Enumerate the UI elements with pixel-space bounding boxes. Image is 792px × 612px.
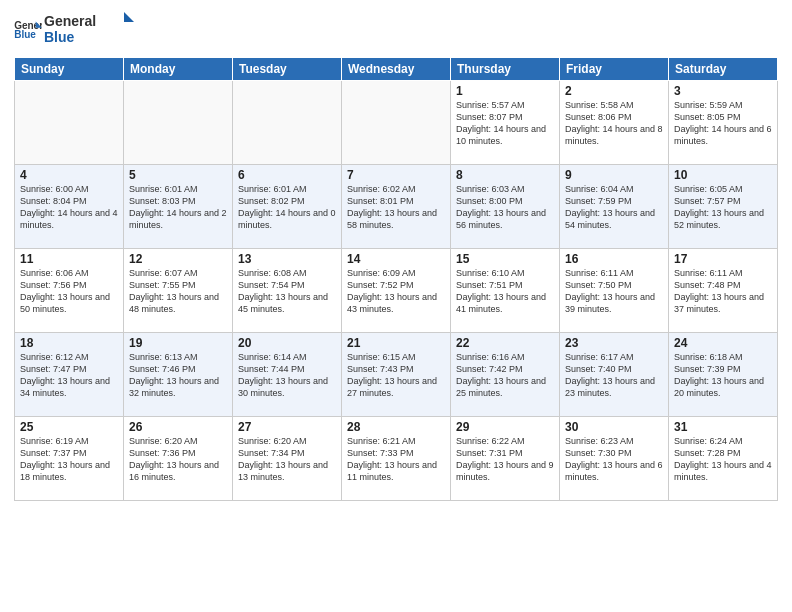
day-number: 25	[20, 420, 118, 434]
day-info: Sunrise: 6:17 AM Sunset: 7:40 PM Dayligh…	[565, 351, 663, 400]
weekday-monday: Monday	[124, 57, 233, 80]
day-cell: 26Sunrise: 6:20 AM Sunset: 7:36 PM Dayli…	[124, 416, 233, 500]
day-number: 4	[20, 168, 118, 182]
day-number: 16	[565, 252, 663, 266]
weekday-wednesday: Wednesday	[342, 57, 451, 80]
day-info: Sunrise: 6:05 AM Sunset: 7:57 PM Dayligh…	[674, 183, 772, 232]
day-number: 28	[347, 420, 445, 434]
day-cell: 20Sunrise: 6:14 AM Sunset: 7:44 PM Dayli…	[233, 332, 342, 416]
day-cell: 29Sunrise: 6:22 AM Sunset: 7:31 PM Dayli…	[451, 416, 560, 500]
day-cell: 10Sunrise: 6:05 AM Sunset: 7:57 PM Dayli…	[669, 164, 778, 248]
day-info: Sunrise: 6:19 AM Sunset: 7:37 PM Dayligh…	[20, 435, 118, 484]
day-number: 31	[674, 420, 772, 434]
day-cell	[15, 80, 124, 164]
day-cell	[124, 80, 233, 164]
day-info: Sunrise: 6:10 AM Sunset: 7:51 PM Dayligh…	[456, 267, 554, 316]
day-number: 6	[238, 168, 336, 182]
day-info: Sunrise: 6:18 AM Sunset: 7:39 PM Dayligh…	[674, 351, 772, 400]
day-number: 27	[238, 420, 336, 434]
week-row-1: 1Sunrise: 5:57 AM Sunset: 8:07 PM Daylig…	[15, 80, 778, 164]
day-cell: 27Sunrise: 6:20 AM Sunset: 7:34 PM Dayli…	[233, 416, 342, 500]
week-row-5: 25Sunrise: 6:19 AM Sunset: 7:37 PM Dayli…	[15, 416, 778, 500]
day-info: Sunrise: 6:01 AM Sunset: 8:02 PM Dayligh…	[238, 183, 336, 232]
day-info: Sunrise: 5:59 AM Sunset: 8:05 PM Dayligh…	[674, 99, 772, 148]
day-number: 23	[565, 336, 663, 350]
day-cell: 9Sunrise: 6:04 AM Sunset: 7:59 PM Daylig…	[560, 164, 669, 248]
day-number: 2	[565, 84, 663, 98]
day-info: Sunrise: 6:03 AM Sunset: 8:00 PM Dayligh…	[456, 183, 554, 232]
day-cell: 8Sunrise: 6:03 AM Sunset: 8:00 PM Daylig…	[451, 164, 560, 248]
day-number: 26	[129, 420, 227, 434]
day-number: 17	[674, 252, 772, 266]
day-cell: 30Sunrise: 6:23 AM Sunset: 7:30 PM Dayli…	[560, 416, 669, 500]
day-number: 19	[129, 336, 227, 350]
day-cell: 31Sunrise: 6:24 AM Sunset: 7:28 PM Dayli…	[669, 416, 778, 500]
day-cell: 21Sunrise: 6:15 AM Sunset: 7:43 PM Dayli…	[342, 332, 451, 416]
day-number: 24	[674, 336, 772, 350]
day-cell: 14Sunrise: 6:09 AM Sunset: 7:52 PM Dayli…	[342, 248, 451, 332]
day-number: 30	[565, 420, 663, 434]
day-info: Sunrise: 6:11 AM Sunset: 7:50 PM Dayligh…	[565, 267, 663, 316]
day-cell: 16Sunrise: 6:11 AM Sunset: 7:50 PM Dayli…	[560, 248, 669, 332]
day-cell: 22Sunrise: 6:16 AM Sunset: 7:42 PM Dayli…	[451, 332, 560, 416]
logo-icon: General Blue	[14, 20, 42, 40]
day-cell	[342, 80, 451, 164]
day-number: 12	[129, 252, 227, 266]
day-number: 1	[456, 84, 554, 98]
svg-text:Blue: Blue	[44, 29, 75, 45]
day-number: 14	[347, 252, 445, 266]
day-info: Sunrise: 6:07 AM Sunset: 7:55 PM Dayligh…	[129, 267, 227, 316]
day-cell: 23Sunrise: 6:17 AM Sunset: 7:40 PM Dayli…	[560, 332, 669, 416]
day-info: Sunrise: 6:20 AM Sunset: 7:36 PM Dayligh…	[129, 435, 227, 484]
day-cell: 7Sunrise: 6:02 AM Sunset: 8:01 PM Daylig…	[342, 164, 451, 248]
weekday-thursday: Thursday	[451, 57, 560, 80]
weekday-header-row: SundayMondayTuesdayWednesdayThursdayFrid…	[15, 57, 778, 80]
week-row-2: 4Sunrise: 6:00 AM Sunset: 8:04 PM Daylig…	[15, 164, 778, 248]
day-info: Sunrise: 6:06 AM Sunset: 7:56 PM Dayligh…	[20, 267, 118, 316]
day-info: Sunrise: 6:24 AM Sunset: 7:28 PM Dayligh…	[674, 435, 772, 484]
day-number: 5	[129, 168, 227, 182]
day-info: Sunrise: 6:02 AM Sunset: 8:01 PM Dayligh…	[347, 183, 445, 232]
day-number: 15	[456, 252, 554, 266]
day-number: 8	[456, 168, 554, 182]
day-cell: 25Sunrise: 6:19 AM Sunset: 7:37 PM Dayli…	[15, 416, 124, 500]
day-info: Sunrise: 6:14 AM Sunset: 7:44 PM Dayligh…	[238, 351, 336, 400]
week-row-4: 18Sunrise: 6:12 AM Sunset: 7:47 PM Dayli…	[15, 332, 778, 416]
day-number: 7	[347, 168, 445, 182]
day-cell: 18Sunrise: 6:12 AM Sunset: 7:47 PM Dayli…	[15, 332, 124, 416]
day-cell: 3Sunrise: 5:59 AM Sunset: 8:05 PM Daylig…	[669, 80, 778, 164]
svg-text:General: General	[44, 13, 96, 29]
day-info: Sunrise: 6:21 AM Sunset: 7:33 PM Dayligh…	[347, 435, 445, 484]
logo: General Blue General Blue	[14, 10, 134, 51]
calendar: SundayMondayTuesdayWednesdayThursdayFrid…	[14, 57, 778, 501]
day-info: Sunrise: 6:08 AM Sunset: 7:54 PM Dayligh…	[238, 267, 336, 316]
day-info: Sunrise: 6:23 AM Sunset: 7:30 PM Dayligh…	[565, 435, 663, 484]
day-info: Sunrise: 5:57 AM Sunset: 8:07 PM Dayligh…	[456, 99, 554, 148]
weekday-sunday: Sunday	[15, 57, 124, 80]
day-info: Sunrise: 6:04 AM Sunset: 7:59 PM Dayligh…	[565, 183, 663, 232]
day-cell: 1Sunrise: 5:57 AM Sunset: 8:07 PM Daylig…	[451, 80, 560, 164]
page: General Blue General Blue Sunda	[0, 0, 792, 612]
day-info: Sunrise: 6:13 AM Sunset: 7:46 PM Dayligh…	[129, 351, 227, 400]
day-info: Sunrise: 6:12 AM Sunset: 7:47 PM Dayligh…	[20, 351, 118, 400]
day-cell: 6Sunrise: 6:01 AM Sunset: 8:02 PM Daylig…	[233, 164, 342, 248]
day-number: 13	[238, 252, 336, 266]
week-row-3: 11Sunrise: 6:06 AM Sunset: 7:56 PM Dayli…	[15, 248, 778, 332]
day-cell: 24Sunrise: 6:18 AM Sunset: 7:39 PM Dayli…	[669, 332, 778, 416]
day-cell: 13Sunrise: 6:08 AM Sunset: 7:54 PM Dayli…	[233, 248, 342, 332]
day-info: Sunrise: 6:15 AM Sunset: 7:43 PM Dayligh…	[347, 351, 445, 400]
day-info: Sunrise: 6:22 AM Sunset: 7:31 PM Dayligh…	[456, 435, 554, 484]
day-info: Sunrise: 6:20 AM Sunset: 7:34 PM Dayligh…	[238, 435, 336, 484]
day-info: Sunrise: 5:58 AM Sunset: 8:06 PM Dayligh…	[565, 99, 663, 148]
day-cell: 5Sunrise: 6:01 AM Sunset: 8:03 PM Daylig…	[124, 164, 233, 248]
weekday-friday: Friday	[560, 57, 669, 80]
weekday-tuesday: Tuesday	[233, 57, 342, 80]
day-cell: 15Sunrise: 6:10 AM Sunset: 7:51 PM Dayli…	[451, 248, 560, 332]
day-number: 20	[238, 336, 336, 350]
weekday-saturday: Saturday	[669, 57, 778, 80]
day-cell: 17Sunrise: 6:11 AM Sunset: 7:48 PM Dayli…	[669, 248, 778, 332]
day-cell: 11Sunrise: 6:06 AM Sunset: 7:56 PM Dayli…	[15, 248, 124, 332]
day-info: Sunrise: 6:00 AM Sunset: 8:04 PM Dayligh…	[20, 183, 118, 232]
svg-marker-4	[124, 12, 134, 22]
day-cell: 2Sunrise: 5:58 AM Sunset: 8:06 PM Daylig…	[560, 80, 669, 164]
